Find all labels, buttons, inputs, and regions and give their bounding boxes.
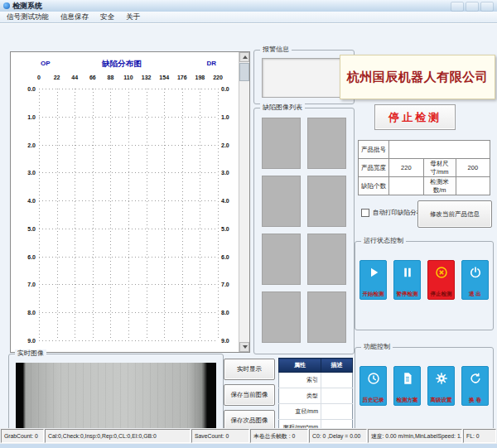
y-tick-label: 5.0 bbox=[221, 225, 229, 231]
company-banner: 杭州国辰机器人有限公司 bbox=[340, 55, 495, 99]
detect-plan-button[interactable]: 检测方案 bbox=[393, 366, 421, 406]
close-button[interactable] bbox=[480, 2, 494, 12]
realtime-display-button[interactable]: 实时显示 bbox=[224, 359, 275, 380]
run-control-buttons: 开始检测 暂停检测 停止检测 退 出 bbox=[355, 260, 493, 300]
chart-title: 缺陷分布图 bbox=[11, 59, 233, 70]
grid-hline bbox=[39, 257, 218, 258]
refresh-icon bbox=[468, 371, 483, 386]
x-tick-label: 66 bbox=[89, 75, 96, 80]
y-tick-label: 4.0 bbox=[221, 198, 229, 204]
defect-image-placeholder[interactable] bbox=[307, 176, 346, 227]
attr-header: 属性 bbox=[279, 359, 321, 373]
defect-image-list-label: 缺陷图像列表 bbox=[260, 104, 305, 112]
pause-icon bbox=[400, 265, 415, 280]
y-tick-label: 1.0 bbox=[221, 113, 229, 119]
run-status-control-group: 运行状态控制 开始检测 暂停检测 停止检测 退 出 bbox=[355, 241, 494, 330]
realtime-image-label: 实时图像 bbox=[15, 349, 46, 358]
plot-area bbox=[39, 89, 218, 340]
auto-print-checkbox[interactable] bbox=[361, 209, 369, 217]
defect-image-placeholder[interactable] bbox=[262, 234, 301, 285]
document-icon bbox=[400, 371, 415, 386]
status-delay: C0: 0 ,Delay = 0.00 bbox=[309, 429, 367, 443]
defect-image-placeholder[interactable] bbox=[262, 118, 301, 169]
attr-value-cell bbox=[321, 388, 353, 404]
grid-vline bbox=[75, 89, 75, 340]
advanced-settings-button[interactable]: 高级设置 bbox=[427, 366, 455, 406]
grid-vline bbox=[128, 89, 129, 340]
x-tick-label: 88 bbox=[107, 75, 113, 80]
attr-table-row[interactable]: 类型 bbox=[279, 388, 353, 404]
change-roll-button[interactable]: 换 卷 bbox=[461, 366, 489, 406]
alarm-info-panel bbox=[262, 58, 346, 98]
y-axis-left: 0.01.02.03.04.05.06.07.08.09.0 bbox=[14, 89, 36, 340]
defect-count-value-field bbox=[389, 177, 423, 195]
y-tick-label: 8.0 bbox=[221, 310, 229, 316]
batch-value-field[interactable] bbox=[389, 141, 490, 159]
y-tick-label: 9.0 bbox=[27, 338, 36, 344]
run-control-label: 运行状态控制 bbox=[361, 237, 406, 245]
grid-vline bbox=[93, 89, 94, 340]
defect-distribution-chart: OP 缺陷分布图 DR 022446688110132154176198220 … bbox=[10, 51, 250, 353]
x-tick-label: 0 bbox=[37, 75, 41, 80]
minimize-button[interactable] bbox=[451, 2, 464, 12]
grid-hline bbox=[39, 117, 218, 118]
history-records-button[interactable]: 历史记录 bbox=[359, 366, 387, 406]
stop-icon bbox=[434, 265, 449, 280]
stop-detect-button[interactable]: 停止检测 bbox=[427, 260, 455, 300]
window-bottom-edge bbox=[0, 444, 497, 448]
pause-detect-button[interactable]: 暂停检测 bbox=[393, 260, 421, 300]
modify-product-button[interactable]: 修改当前产品信息 bbox=[417, 200, 492, 228]
defect-image-list-group: 缺陷图像列表 bbox=[253, 108, 355, 354]
scrollbar-thumb[interactable] bbox=[239, 63, 249, 81]
y-tick-label: 2.0 bbox=[27, 142, 36, 147]
window-controls bbox=[451, 2, 494, 12]
defect-image-placeholder[interactable] bbox=[262, 176, 301, 227]
grid-hline bbox=[39, 229, 218, 229]
x-tick-label: 132 bbox=[142, 75, 152, 80]
y-tick-label: 1.0 bbox=[27, 113, 36, 119]
maximize-button[interactable] bbox=[466, 2, 479, 12]
x-tick-label: 176 bbox=[177, 75, 187, 80]
menu-info-save[interactable]: 信息保存 bbox=[60, 12, 89, 22]
defect-image-placeholder[interactable] bbox=[307, 291, 346, 343]
attr-table-row[interactable]: 直径/mm bbox=[279, 404, 353, 420]
exit-button[interactable]: 退 出 bbox=[461, 260, 489, 300]
y-tick-label: 6.0 bbox=[221, 253, 229, 259]
scroll-up-icon[interactable] bbox=[239, 52, 249, 62]
attr-table-row[interactable]: 索引 bbox=[279, 373, 353, 388]
alarm-info-label: 报警信息 bbox=[260, 46, 292, 54]
y-tick-label: 9.0 bbox=[221, 338, 229, 344]
attr-value-cell bbox=[321, 373, 353, 388]
material-size-value-field[interactable]: 200 bbox=[456, 159, 490, 177]
defect-image-grid bbox=[262, 118, 346, 346]
history-icon bbox=[366, 371, 381, 386]
menu-signal-test[interactable]: 信号测试功能 bbox=[7, 12, 49, 22]
grid-vline bbox=[39, 89, 40, 340]
width-value-field[interactable]: 220 bbox=[389, 159, 423, 177]
grid-vline bbox=[57, 89, 58, 340]
status-bar: GrabCount: 0 Cal:0,Check:0,Insp:0,Rep:0,… bbox=[0, 428, 497, 444]
status-grab-count: GrabCount: 0 bbox=[1, 429, 44, 443]
defect-image-placeholder[interactable] bbox=[262, 291, 301, 343]
grid-hline bbox=[39, 340, 218, 341]
scroll-down-icon[interactable] bbox=[239, 342, 249, 352]
start-detect-button[interactable]: 开始检测 bbox=[359, 260, 387, 300]
grid-hline bbox=[39, 200, 218, 201]
play-icon bbox=[366, 265, 381, 280]
save-current-image-button[interactable]: 保存当前图像 bbox=[224, 384, 275, 406]
detect-status-text: 停止检测 bbox=[388, 110, 442, 125]
gear-icon bbox=[434, 371, 449, 386]
defect-image-placeholder[interactable] bbox=[307, 118, 346, 169]
x-tick-label: 44 bbox=[71, 75, 78, 80]
menu-about[interactable]: 关于 bbox=[126, 12, 140, 22]
status-speed: 速度: 0.00 m/min,MinLabelSpeed: 1.00 bbox=[368, 429, 462, 443]
defect-image-placeholder[interactable] bbox=[307, 234, 346, 285]
window-title: 检测系统 bbox=[12, 1, 42, 12]
power-icon bbox=[468, 265, 483, 280]
menu-security[interactable]: 安全 bbox=[100, 12, 114, 22]
menu-bar: 信号测试功能 信息保存 安全 关于 bbox=[0, 12, 497, 23]
chart-scrollbar[interactable] bbox=[239, 52, 249, 352]
y-tick-label: 3.0 bbox=[221, 170, 229, 176]
function-control-buttons: 历史记录 检测方案 高级设置 换 卷 bbox=[355, 366, 493, 406]
y-tick-label: 3.0 bbox=[27, 170, 36, 176]
